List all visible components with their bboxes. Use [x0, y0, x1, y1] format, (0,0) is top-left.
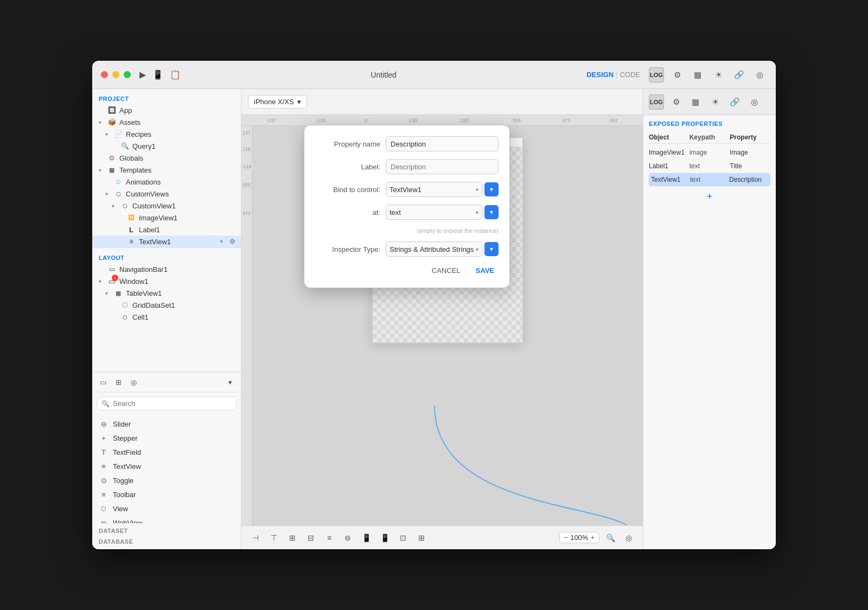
sidebar-item-recipes[interactable]: ▾ 📄 Recipes + ⚙ — [92, 128, 241, 140]
titlebar-left-icons: ▶ 📱 📋 — [139, 69, 181, 80]
griddataset1-settings-btn[interactable]: ⚙ — [228, 301, 237, 309]
bind-control-dropdown[interactable]: TextView1 ▾ — [386, 182, 482, 197]
zoom-in-btn[interactable]: + — [590, 533, 595, 542]
sidebar-item-textview1[interactable]: ≡ TextView1 + ⚙ — [92, 236, 241, 247]
sidebar-item-navigationbar1[interactable]: ▭ NavigationBar1 + — [92, 263, 241, 275]
widget-item-toolbar[interactable]: ≡ Toolbar — [92, 487, 241, 501]
widget-item-stepper[interactable]: + Stepper — [92, 431, 241, 445]
align-center-btn[interactable]: ⊤ — [266, 530, 282, 545]
widget-item-webview[interactable]: ✏ WebView — [92, 516, 241, 523]
close-button[interactable] — [101, 71, 108, 78]
ep-row-label1[interactable]: Label1 text Title — [649, 160, 770, 173]
sidebar-item-imageview1[interactable]: 🖼 ImageView1 ⚙ — [92, 212, 241, 224]
window1-add-btn[interactable]: + — [228, 277, 237, 285]
sidebar-item-window1[interactable]: ▾ ▭ ! Window1 + — [92, 275, 241, 287]
sidebar-item-query1[interactable]: 🔍 Query1 ▶ ⚙ — [92, 140, 241, 152]
recipes-add-btn[interactable]: + — [217, 130, 226, 138]
sidebar-item-tableview1[interactable]: ▾ ▦ TableView1 + ⚙ — [92, 287, 241, 299]
griddataset1-play-btn[interactable]: ▶ — [217, 301, 226, 309]
widget-item-slider[interactable]: ⊖ Slider — [92, 417, 241, 431]
sidebar-item-customview1[interactable]: ▾ ⬡ CustomView1 — [92, 200, 241, 212]
ep-row-textview1[interactable]: TextView1 text Description — [649, 173, 770, 187]
query-settings-btn[interactable]: ⚙ — [228, 142, 237, 150]
eye-icon[interactable]: ◎ — [752, 67, 767, 82]
grid-btn[interactable]: ⊞ — [414, 530, 429, 545]
layout-rp-icon[interactable]: ▦ — [688, 94, 703, 110]
sidebar-item-cell1[interactable]: ⬡ Cell1 + — [92, 311, 241, 323]
device-landscape-btn[interactable]: 📱 — [377, 530, 392, 545]
imageview1-settings-btn[interactable]: ⚙ — [228, 213, 237, 222]
align-left-btn[interactable]: ⊣ — [248, 530, 263, 545]
phone-icon[interactable]: 📱 — [152, 69, 163, 80]
widget-item-toggle[interactable]: ⊙ Toggle — [92, 473, 241, 487]
link-icon[interactable]: 🔗 — [731, 67, 746, 82]
design-tab[interactable]: DESIGN — [586, 71, 614, 79]
textview1-icon: ≡ — [127, 237, 136, 246]
label-field-input[interactable] — [386, 159, 499, 174]
widget-tool-3d[interactable]: ◎ — [127, 376, 140, 389]
widget-item-textview[interactable]: ≡ TextView — [92, 459, 241, 473]
widget-search-input[interactable] — [113, 399, 232, 408]
zoom-out-btn[interactable]: − — [564, 533, 569, 542]
tableview1-add-btn[interactable]: + — [217, 289, 226, 297]
query-play-btn[interactable]: ▶ — [217, 142, 226, 150]
device-selector[interactable]: iPhone X/XS ▾ — [248, 95, 307, 109]
sun-rp-icon[interactable]: ☀ — [707, 94, 723, 110]
sun-icon[interactable]: ☀ — [711, 67, 726, 82]
calendar-icon[interactable]: 📋 — [170, 69, 181, 80]
link-rp-icon[interactable]: 🔗 — [727, 94, 742, 110]
code-tab[interactable]: CODE — [620, 71, 640, 79]
textview1-add-btn[interactable]: + — [217, 237, 226, 246]
ruler-mark: 473 — [562, 118, 570, 123]
widget-item-textfield[interactable]: T TextField — [92, 445, 241, 459]
inspector-type-blue-btn[interactable]: ▾ — [484, 242, 499, 256]
at-dropdown[interactable]: text ▾ — [386, 205, 482, 220]
navba1-add-btn[interactable]: + — [228, 265, 237, 274]
widget-tool-rect[interactable]: ▭ — [97, 376, 110, 389]
add-property-btn[interactable]: + — [707, 191, 713, 202]
label1-settings-btn[interactable]: ⚙ — [228, 225, 237, 234]
textview1-settings-btn[interactable]: ⚙ — [228, 237, 237, 246]
distribute-v-btn[interactable]: ⊟ — [303, 530, 318, 545]
tableview1-settings-btn[interactable]: ⚙ — [228, 289, 237, 297]
sidebar-item-customviews[interactable]: ▾ ⬡ CustomViews — [92, 188, 241, 200]
hierarchy-rp-icon[interactable]: ⚙ — [668, 94, 684, 110]
device-portrait-btn[interactable]: 📱 — [359, 530, 374, 545]
sidebar-item-griddataset1[interactable]: ⬡ GridDataSet1 ▶ ⚙ — [92, 299, 241, 311]
sidebar-item-templates[interactable]: ▾ ▦ Templates — [92, 164, 241, 176]
col-object-header: Object — [649, 134, 690, 141]
inspector-type-dropdown[interactable]: Strings & Attributed Strings ▾ — [386, 242, 482, 257]
maximize-button[interactable] — [124, 71, 131, 78]
ep-row-imageview1[interactable]: ImageView1 image Image — [649, 146, 770, 160]
distribute-h-btn[interactable]: ⊞ — [285, 530, 300, 545]
search-canvas-btn[interactable]: 🔍 — [603, 530, 618, 545]
recipes-settings-btn[interactable]: ⚙ — [228, 130, 237, 138]
bind-control-blue-btn[interactable]: ▾ — [484, 182, 499, 196]
widget-tool-split[interactable]: ⊞ — [112, 376, 125, 389]
sidebar-item-assets[interactable]: ▾ 📦 Assets — [92, 116, 241, 128]
griddataset1-icon: ⬡ — [120, 301, 129, 309]
cancel-button[interactable]: CANCEL — [427, 264, 465, 277]
log-icon[interactable]: LOG — [649, 67, 664, 82]
sidebar-item-label1[interactable]: L Label1 ⚙ — [92, 224, 241, 236]
sidebar-item-globals[interactable]: ⊙ Globals — [92, 152, 241, 164]
property-name-input[interactable] — [386, 136, 499, 151]
eye-rp-icon[interactable]: ◎ — [746, 94, 762, 110]
minimize-button[interactable] — [112, 71, 119, 78]
at-blue-btn[interactable]: ▾ — [484, 205, 499, 219]
stack-v-btn[interactable]: ⊜ — [340, 530, 355, 545]
log-rp-icon[interactable]: LOG — [649, 94, 664, 110]
widget-item-view[interactable]: ⬡ View — [92, 501, 241, 516]
widget-tool-chevron[interactable]: ▾ — [224, 376, 237, 389]
sidebar-item-app[interactable]: 🔲 App — [92, 104, 241, 116]
play-icon[interactable]: ▶ — [139, 69, 146, 80]
sidebar-item-animations[interactable]: ⊙ Animations — [92, 176, 241, 188]
share-btn[interactable]: ◎ — [621, 530, 636, 545]
ruler-mark: 592 — [610, 118, 618, 123]
stack-h-btn[interactable]: ≡ — [322, 530, 337, 545]
layout-icon[interactable]: ▦ — [690, 67, 705, 82]
hierarchy-icon[interactable]: ⚙ — [669, 67, 685, 82]
save-button[interactable]: SAVE — [471, 264, 499, 277]
split-btn[interactable]: ⊡ — [395, 530, 411, 545]
cell1-add-btn[interactable]: + — [228, 313, 237, 321]
